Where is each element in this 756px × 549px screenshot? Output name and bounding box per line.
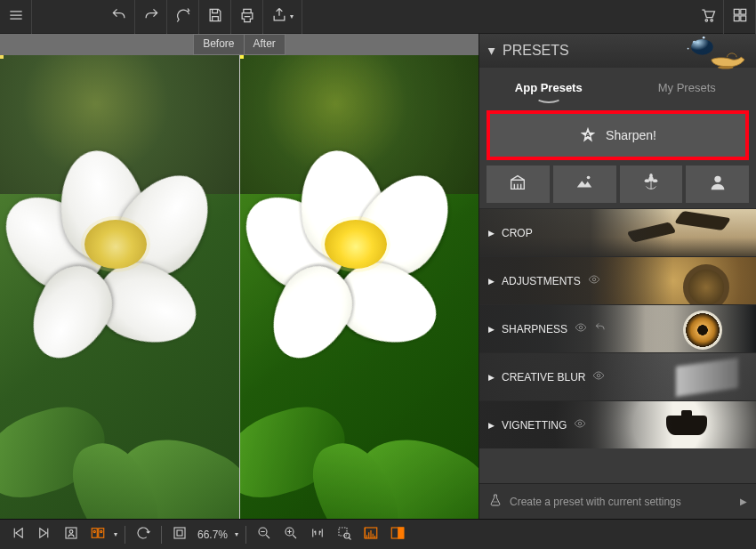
flask-icon bbox=[488, 493, 503, 510]
svg-point-0 bbox=[705, 19, 708, 21]
save-button[interactable] bbox=[199, 0, 231, 34]
actual-pixels-button[interactable] bbox=[305, 523, 330, 546]
chevron-down-icon: ▾ bbox=[288, 12, 295, 20]
expand-icon: ▶ bbox=[488, 421, 495, 430]
last-image-button[interactable] bbox=[32, 523, 57, 546]
zoom-in-button[interactable] bbox=[278, 523, 303, 546]
section-label: CREATIVE BLUR bbox=[502, 371, 585, 383]
presets-header[interactable]: ▶ PRESETS bbox=[479, 34, 756, 68]
svg-point-13 bbox=[649, 174, 653, 179]
svg-point-12 bbox=[653, 179, 658, 182]
one-to-one-icon bbox=[310, 525, 326, 545]
info-panel-button[interactable] bbox=[385, 523, 410, 546]
single-view-icon bbox=[63, 525, 79, 545]
compare-view-button[interactable] bbox=[85, 523, 110, 546]
section-vignetting[interactable]: ▶VIGNETTING bbox=[479, 400, 756, 448]
svg-point-9 bbox=[587, 176, 591, 180]
section-crop[interactable]: ▶CROP bbox=[479, 208, 756, 256]
before-image bbox=[0, 55, 239, 519]
preset-tabs: App Presets My Presets bbox=[479, 68, 756, 107]
tab-app-presets[interactable]: App Presets bbox=[479, 68, 618, 107]
fit-screen-button[interactable] bbox=[167, 523, 192, 546]
svg-rect-26 bbox=[177, 530, 182, 536]
chevron-down-icon[interactable]: ▾ bbox=[112, 530, 119, 538]
grid-icon bbox=[731, 6, 749, 28]
marquee-zoom-icon bbox=[336, 525, 352, 545]
canvas-area: Before After bbox=[0, 34, 479, 519]
svg-rect-29 bbox=[339, 528, 347, 536]
svg-point-16 bbox=[579, 326, 583, 329]
after-label: After bbox=[244, 34, 286, 55]
cart-icon bbox=[699, 6, 717, 28]
rotate-icon bbox=[135, 525, 151, 545]
svg-point-14 bbox=[714, 176, 720, 182]
category-architecture[interactable] bbox=[487, 166, 550, 203]
expand-icon: ▶ bbox=[488, 229, 495, 238]
create-preset-label: Create a preset with current settings bbox=[510, 496, 681, 508]
single-view-button[interactable] bbox=[59, 523, 84, 546]
save-icon bbox=[206, 6, 224, 28]
svg-point-11 bbox=[645, 179, 650, 182]
svg-point-23 bbox=[93, 530, 95, 532]
share-icon bbox=[270, 6, 288, 28]
svg-point-24 bbox=[101, 530, 102, 532]
skip-back-icon bbox=[10, 525, 26, 545]
section-sharpness[interactable]: ▶SHARPNESS bbox=[479, 304, 756, 352]
section-label: SHARPNESS bbox=[502, 323, 567, 335]
redo-button[interactable] bbox=[135, 0, 167, 34]
print-button[interactable] bbox=[231, 0, 263, 34]
tab-my-presets[interactable]: My Presets bbox=[618, 68, 757, 107]
share-button[interactable]: ▾ bbox=[263, 0, 302, 34]
right-panel: ▶ PRESETS App Presets My Presets bbox=[479, 34, 756, 519]
presets-title: PRESETS bbox=[503, 43, 569, 59]
menu-button[interactable] bbox=[0, 0, 32, 34]
category-portrait[interactable] bbox=[686, 166, 749, 203]
visibility-icon[interactable] bbox=[592, 369, 605, 384]
svg-point-17 bbox=[598, 374, 601, 377]
svg-point-5 bbox=[691, 39, 713, 55]
hamburger-icon bbox=[7, 6, 25, 28]
category-landscape[interactable] bbox=[553, 166, 616, 203]
zoom-value: 66.7% bbox=[194, 529, 231, 541]
section-creative-blur[interactable]: ▶CREATIVE BLUR bbox=[479, 352, 756, 400]
first-image-button[interactable] bbox=[5, 523, 30, 546]
visibility-icon[interactable] bbox=[588, 273, 600, 288]
marquee-zoom-button[interactable] bbox=[332, 523, 357, 546]
section-adjustments[interactable]: ▶ADJUSTMENTS bbox=[479, 256, 756, 304]
section-label: CROP bbox=[502, 227, 533, 239]
section-label: ADJUSTMENTS bbox=[502, 275, 581, 287]
visibility-icon[interactable] bbox=[575, 321, 587, 336]
auto-sharpen-button[interactable]: A Sharpen! bbox=[490, 114, 745, 157]
svg-point-18 bbox=[579, 422, 583, 425]
after-image bbox=[239, 55, 479, 519]
info-panel-icon bbox=[390, 525, 406, 545]
section-undo-icon[interactable] bbox=[594, 321, 607, 336]
expand-icon: ▶ bbox=[488, 325, 495, 334]
zoom-in-icon bbox=[283, 525, 299, 545]
rotate-button[interactable] bbox=[131, 523, 156, 546]
visibility-icon[interactable] bbox=[574, 417, 586, 432]
histogram-button[interactable] bbox=[358, 523, 383, 546]
skip-forward-icon bbox=[36, 525, 52, 545]
flower-icon bbox=[641, 173, 661, 196]
svg-point-20 bbox=[69, 529, 73, 533]
undo-button[interactable] bbox=[103, 0, 135, 34]
repeat-button[interactable] bbox=[167, 0, 199, 34]
top-toolbar: ▾ bbox=[0, 0, 756, 34]
undo-icon bbox=[110, 6, 128, 28]
image-viewer[interactable] bbox=[0, 55, 479, 519]
svg-rect-33 bbox=[398, 528, 404, 538]
chevron-down-icon[interactable]: ▾ bbox=[233, 530, 240, 538]
histogram-icon bbox=[363, 525, 379, 545]
redo-icon bbox=[142, 6, 160, 28]
zoom-out-button[interactable] bbox=[252, 523, 277, 546]
fit-icon bbox=[172, 525, 188, 545]
print-icon bbox=[238, 6, 256, 28]
cart-button[interactable] bbox=[692, 0, 724, 34]
category-macro[interactable] bbox=[620, 166, 683, 203]
building-icon bbox=[508, 173, 527, 196]
grid-button[interactable] bbox=[724, 0, 756, 34]
create-preset-button[interactable]: Create a preset with current settings ▶ bbox=[479, 483, 756, 519]
bottom-toolbar: ▾ 66.7% ▾ bbox=[0, 519, 756, 549]
svg-point-1 bbox=[710, 19, 712, 21]
